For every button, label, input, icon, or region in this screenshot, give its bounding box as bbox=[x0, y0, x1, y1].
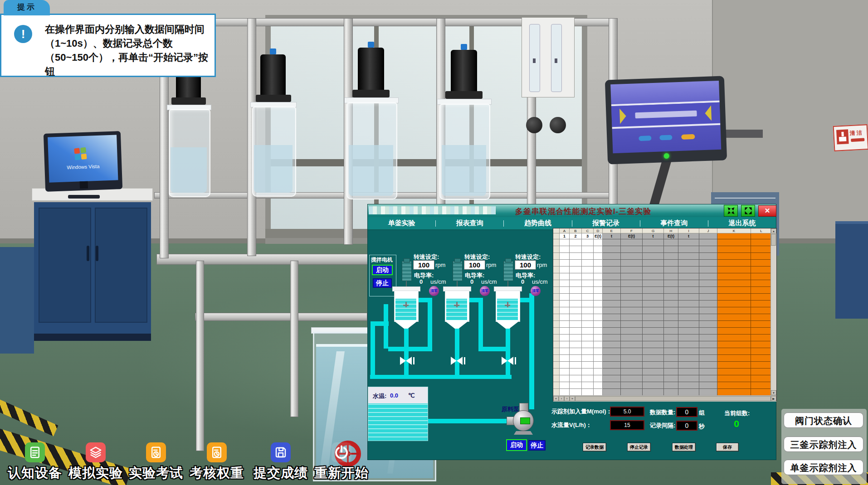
grid-cell[interactable] bbox=[664, 253, 678, 260]
tracer-amount-input[interactable] bbox=[610, 407, 644, 417]
toolbar-item-weight[interactable]: 考核权重 bbox=[180, 442, 253, 484]
grid-cell[interactable] bbox=[664, 382, 678, 389]
grid-cell[interactable] bbox=[570, 369, 582, 375]
grid-cell[interactable] bbox=[594, 301, 603, 307]
grid-cell[interactable] bbox=[621, 307, 643, 314]
grid-cell[interactable] bbox=[594, 328, 603, 335]
grid-cell[interactable] bbox=[664, 260, 678, 267]
grid-cell[interactable] bbox=[594, 253, 603, 260]
grid-cell[interactable] bbox=[570, 335, 582, 341]
grid-cell[interactable] bbox=[751, 321, 772, 328]
grid-cell[interactable] bbox=[678, 253, 699, 260]
grid-cell[interactable] bbox=[699, 287, 717, 294]
grid-nav-last[interactable]: » bbox=[570, 396, 575, 401]
grid-cell[interactable] bbox=[621, 287, 643, 294]
grid-cell[interactable] bbox=[553, 369, 560, 375]
grid-cell[interactable] bbox=[664, 335, 678, 341]
grid-nav-next[interactable]: › bbox=[564, 396, 570, 401]
grid-cell[interactable] bbox=[582, 267, 594, 273]
grid-cell[interactable] bbox=[717, 369, 751, 375]
grid-cell[interactable] bbox=[594, 375, 603, 382]
grid-cell[interactable] bbox=[717, 260, 751, 267]
grid-cell[interactable] bbox=[664, 301, 678, 307]
grid-cell[interactable] bbox=[678, 348, 699, 355]
grid-cell[interactable] bbox=[553, 294, 560, 301]
grid-cell[interactable] bbox=[603, 307, 621, 314]
grid-cell[interactable] bbox=[699, 239, 717, 246]
grid-cell[interactable] bbox=[621, 273, 643, 280]
grid-cell[interactable] bbox=[664, 287, 678, 294]
grid-cell[interactable] bbox=[664, 369, 678, 375]
grid-cell[interactable] bbox=[603, 348, 621, 355]
grid-cell[interactable] bbox=[643, 369, 664, 375]
grid-cell[interactable] bbox=[553, 335, 560, 341]
grid-cell[interactable] bbox=[717, 273, 751, 280]
grid-cell[interactable] bbox=[603, 314, 621, 321]
grid-cell[interactable] bbox=[553, 267, 560, 273]
grid-cell[interactable]: 2 bbox=[570, 233, 582, 239]
grid-cell[interactable] bbox=[699, 369, 717, 375]
grid-cell[interactable] bbox=[594, 239, 603, 246]
three-reactor-tracer-button[interactable]: 三釜示踪剂注入 bbox=[784, 436, 863, 452]
grid-cell[interactable] bbox=[678, 273, 699, 280]
grid-cell[interactable] bbox=[717, 287, 751, 294]
grid-cell[interactable] bbox=[553, 307, 560, 314]
grid-cell[interactable] bbox=[621, 341, 643, 348]
grid-cell[interactable] bbox=[751, 260, 772, 267]
grid-cell[interactable] bbox=[570, 267, 582, 273]
menu-report-query[interactable]: 报表查询 bbox=[436, 219, 503, 228]
grid-cell[interactable] bbox=[594, 321, 603, 328]
valve-status-confirm-button[interactable]: 阀门状态确认 bbox=[784, 412, 863, 428]
grid-cell[interactable] bbox=[643, 301, 664, 307]
grid-cell[interactable] bbox=[621, 362, 643, 369]
grid-cell[interactable] bbox=[678, 314, 699, 321]
grid-cell[interactable] bbox=[664, 362, 678, 369]
grid-cell[interactable] bbox=[621, 294, 643, 301]
grid-cell[interactable] bbox=[570, 287, 582, 294]
grid-cell[interactable] bbox=[664, 355, 678, 362]
grid-cell[interactable] bbox=[621, 375, 643, 382]
grid-cell[interactable] bbox=[570, 321, 582, 328]
grid-cell[interactable] bbox=[751, 239, 772, 246]
grid-cell[interactable] bbox=[570, 253, 582, 260]
grid-cell[interactable] bbox=[664, 294, 678, 301]
grid-cell[interactable] bbox=[582, 260, 594, 267]
grid-cell[interactable] bbox=[699, 375, 717, 382]
grid-cell[interactable] bbox=[582, 335, 594, 341]
feed-pump[interactable] bbox=[507, 403, 538, 439]
grid-cell[interactable] bbox=[621, 389, 643, 395]
single-reactor-tracer-button[interactable]: 单釜示踪剂注入 bbox=[784, 460, 863, 475]
grid-cell[interactable] bbox=[594, 341, 603, 348]
grid-cell[interactable] bbox=[643, 362, 664, 369]
grid-cell[interactable] bbox=[751, 382, 772, 389]
grid-cell[interactable] bbox=[560, 239, 570, 246]
grid-cell[interactable]: t bbox=[678, 233, 699, 239]
grid-cell[interactable] bbox=[717, 233, 751, 239]
grid-cell[interactable] bbox=[678, 328, 699, 335]
grid-cell[interactable] bbox=[553, 375, 560, 382]
grid-cell[interactable] bbox=[603, 362, 621, 369]
grid-cell[interactable] bbox=[699, 321, 717, 328]
grid-cell[interactable] bbox=[594, 273, 603, 280]
grid-cell[interactable] bbox=[664, 389, 678, 395]
grid-cell[interactable] bbox=[717, 348, 751, 355]
grid-cell[interactable] bbox=[621, 382, 643, 389]
grid-cell[interactable] bbox=[603, 280, 621, 287]
grid-cell[interactable] bbox=[582, 239, 594, 246]
grid-cell[interactable] bbox=[560, 267, 570, 273]
clear-button-3[interactable]: 清零 bbox=[531, 286, 541, 296]
grid-cell[interactable] bbox=[678, 307, 699, 314]
menu-event-query[interactable]: 事件查询 bbox=[640, 219, 708, 228]
clear-button-1[interactable]: 清零 bbox=[429, 286, 439, 296]
grid-cell[interactable] bbox=[560, 301, 570, 307]
stirrer-start-button[interactable]: 启动 bbox=[372, 265, 393, 275]
grid-cell[interactable] bbox=[582, 321, 594, 328]
grid-cell[interactable] bbox=[570, 260, 582, 267]
grid-cell[interactable] bbox=[560, 260, 570, 267]
grid-cell[interactable] bbox=[582, 280, 594, 287]
grid-cell[interactable] bbox=[699, 307, 717, 314]
grid-cell[interactable] bbox=[582, 375, 594, 382]
grid-cell[interactable] bbox=[603, 260, 621, 267]
grid-cell[interactable] bbox=[699, 335, 717, 341]
grid-cell[interactable] bbox=[643, 335, 664, 341]
